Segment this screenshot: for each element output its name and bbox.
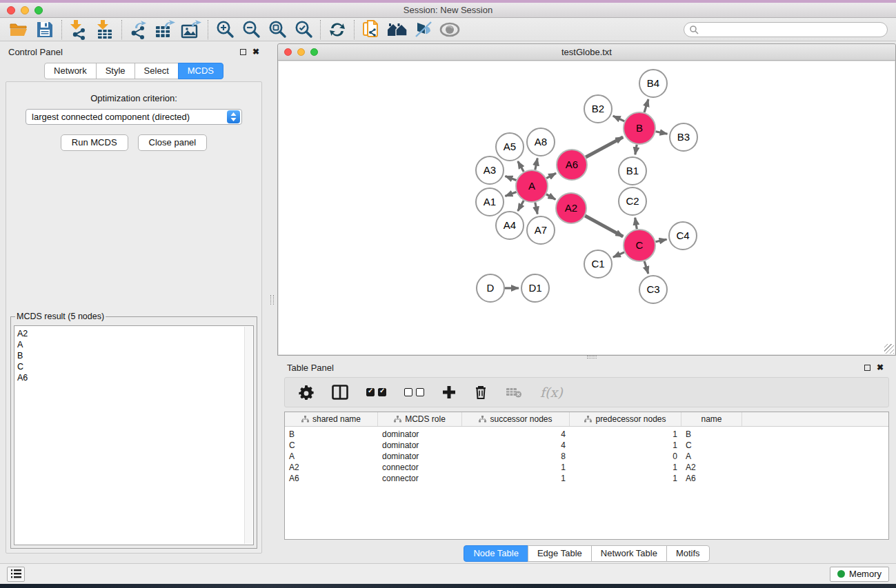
gear-icon[interactable] — [299, 385, 314, 400]
network-graph[interactable]: B4B2BB3A5A8A6A3B1AA1C2A2A4A7CC4C1C3DD1 — [279, 61, 895, 354]
result-item[interactable]: B — [17, 350, 253, 361]
deselect-all-icon[interactable] — [404, 388, 424, 396]
column-header-predecessor-nodes[interactable]: predecessor nodes — [570, 412, 681, 426]
save-session-icon[interactable] — [32, 19, 58, 40]
tab-network[interactable]: Network — [44, 63, 97, 79]
cell-name[interactable]: A — [681, 451, 742, 462]
edge-C-C3[interactable] — [644, 261, 648, 274]
node-A[interactable]: A — [516, 170, 548, 202]
table-row[interactable]: Bdominator41B — [285, 429, 888, 440]
close-panel-button[interactable]: Close panel — [138, 134, 208, 151]
cell-name[interactable]: A6 — [681, 473, 742, 484]
birdseye-icon[interactable] — [437, 19, 463, 40]
node-A4[interactable]: A4 — [496, 212, 524, 239]
table-row[interactable]: Adominator80A — [285, 451, 888, 462]
node-C1[interactable]: C1 — [584, 250, 612, 278]
network-canvas[interactable]: B4B2BB3A5A8A6A3B1AA1C2A2A4A7CC4C1C3DD1 — [279, 61, 895, 354]
minimize-window-icon[interactable] — [21, 6, 29, 14]
export-table-icon[interactable] — [152, 19, 178, 40]
cell-mcds-role[interactable]: connector — [378, 462, 462, 473]
node-B3[interactable]: B3 — [670, 123, 697, 151]
zoom-selected-icon[interactable] — [290, 19, 317, 40]
result-item[interactable]: A6 — [17, 372, 253, 383]
cell-predecessor-nodes[interactable]: 1 — [570, 429, 681, 440]
zoom-window-icon[interactable] — [34, 6, 43, 14]
table-row[interactable]: A6connector11A6 — [285, 473, 888, 484]
cell-predecessor-nodes[interactable]: 1 — [570, 440, 681, 451]
close-window-icon[interactable] — [7, 6, 15, 14]
function-builder-icon[interactable]: f(x) — [540, 385, 563, 400]
minimize-network-icon[interactable] — [297, 48, 305, 56]
edge-A-A4[interactable] — [518, 201, 524, 211]
result-item[interactable]: C — [17, 361, 253, 372]
cell-mcds-role[interactable]: dominator — [378, 429, 462, 440]
cell-shared-name[interactable]: A6 — [285, 473, 378, 484]
memory-button[interactable]: Memory — [830, 567, 889, 582]
optimization-criterion-select[interactable]: largest connected component (directed) — [26, 109, 242, 125]
tab-motifs[interactable]: Motifs — [666, 545, 710, 562]
node-A1[interactable]: A1 — [476, 188, 504, 216]
mcds-result-list[interactable]: A2ABCA6 — [14, 325, 254, 545]
cell-predecessor-nodes[interactable]: 0 — [570, 451, 681, 462]
cell-successor-nodes[interactable]: 8 — [462, 451, 570, 462]
edge-A-A7[interactable] — [535, 203, 537, 214]
node-B2[interactable]: B2 — [584, 95, 612, 123]
column-header-shared-name[interactable]: shared name — [285, 412, 378, 426]
edge-B-B2[interactable] — [613, 116, 625, 121]
node-table[interactable]: shared nameMCDS rolesuccessor nodesprede… — [284, 412, 889, 540]
tab-network-table[interactable]: Network Table — [591, 545, 667, 562]
node-C2[interactable]: C2 — [619, 187, 646, 215]
tab-mcds[interactable]: MCDS — [178, 63, 223, 79]
edge-A-A6[interactable] — [546, 173, 556, 178]
select-all-icon[interactable] — [366, 388, 386, 396]
cell-mcds-role[interactable]: dominator — [378, 451, 462, 462]
delete-table-icon[interactable] — [506, 386, 522, 398]
close-network-icon[interactable] — [284, 48, 292, 56]
open-folder-icon[interactable] — [6, 19, 32, 40]
import-table-icon[interactable] — [92, 19, 118, 40]
node-C3[interactable]: C3 — [639, 276, 667, 303]
close-table-panel-icon[interactable]: ✖ — [877, 363, 884, 372]
edge-A-A1[interactable] — [505, 192, 516, 196]
node-C[interactable]: C — [624, 230, 655, 261]
cell-successor-nodes[interactable]: 4 — [462, 440, 570, 451]
column-header-name[interactable]: name — [681, 412, 742, 426]
edge-C-C1[interactable] — [613, 252, 624, 257]
home-icon[interactable] — [384, 19, 410, 40]
cell-shared-name[interactable]: A2 — [285, 462, 378, 473]
import-network-icon[interactable] — [66, 19, 92, 40]
run-mcds-button[interactable]: Run MCDS — [61, 134, 128, 151]
result-item[interactable]: A2 — [17, 328, 253, 339]
close-panel-icon[interactable]: ✖ — [252, 48, 259, 56]
float-panel-icon[interactable] — [240, 49, 246, 55]
cell-successor-nodes[interactable]: 4 — [462, 429, 570, 440]
tab-style[interactable]: Style — [96, 63, 135, 79]
network-window-titlebar[interactable]: testGlobe.txt — [278, 44, 895, 61]
column-browser-icon[interactable] — [332, 385, 348, 400]
cell-successor-nodes[interactable]: 1 — [462, 473, 570, 484]
resize-grip-icon[interactable] — [884, 344, 894, 354]
edge-A-A5[interactable] — [518, 161, 524, 172]
edge-C-C2[interactable] — [635, 218, 637, 230]
float-table-panel-icon[interactable] — [864, 365, 870, 371]
edge-B-B1[interactable] — [635, 145, 637, 155]
edge-A-A8[interactable] — [535, 159, 537, 170]
node-A3[interactable]: A3 — [476, 156, 504, 184]
cell-predecessor-nodes[interactable]: 1 — [570, 462, 681, 473]
tab-edge-table[interactable]: Edge Table — [528, 545, 592, 562]
zoom-out-icon[interactable] — [238, 19, 264, 40]
edge-B-B4[interactable] — [644, 99, 648, 112]
cell-mcds-role[interactable]: connector — [378, 473, 462, 484]
delete-icon[interactable] — [474, 385, 488, 400]
cell-name[interactable]: C — [681, 440, 742, 451]
edge-A2-C[interactable] — [585, 216, 623, 236]
table-row[interactable]: Cdominator41C — [285, 440, 888, 451]
cell-shared-name[interactable]: C — [285, 440, 378, 451]
zoom-network-icon[interactable] — [310, 48, 318, 56]
node-A8[interactable]: A8 — [527, 128, 555, 156]
edge-C-C4[interactable] — [655, 239, 666, 242]
tab-node-table[interactable]: Node Table — [464, 545, 528, 562]
session-files-icon[interactable] — [358, 19, 384, 40]
scrollbar[interactable] — [244, 327, 252, 544]
cell-predecessor-nodes[interactable]: 1 — [570, 473, 681, 484]
